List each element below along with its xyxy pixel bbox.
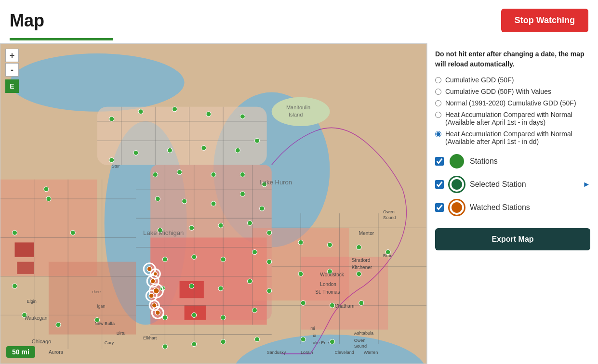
checkbox-stations[interactable] [435,157,444,166]
svg-text:Manitoulin: Manitoulin [286,104,310,110]
svg-point-76 [189,225,194,230]
svg-rect-8 [0,180,97,276]
radio-item-3[interactable]: Normal (1991-2020) Cumulative GDD (50F) [435,99,590,107]
radio-input-4[interactable] [435,112,441,118]
svg-point-100 [357,245,361,250]
svg-text:Sound: Sound [354,344,367,349]
svg-point-71 [182,199,187,204]
svg-text:Lake Michigan: Lake Michigan [143,229,184,236]
svg-point-55 [133,150,138,155]
selected-dot-icon [450,177,464,192]
svg-point-91 [192,312,197,317]
selected-arrow-icon[interactable]: ► [583,180,590,189]
radio-group: Cumulative GDD (50F) Cumulative GDD (50F… [435,76,590,145]
svg-point-123 [155,310,160,315]
watched-dot-icon [450,200,464,215]
svg-point-80 [162,257,167,262]
svg-point-93 [252,308,257,312]
svg-point-52 [235,148,240,153]
radio-item-4[interactable]: Heat Accumulation Compared with Normal (… [435,111,590,126]
export-map-button[interactable]: Export Map [435,228,590,250]
svg-point-65 [153,172,158,177]
svg-text:Kitchener: Kitchener [352,265,372,270]
svg-point-87 [218,286,223,291]
svg-point-102 [298,272,303,276]
svg-point-79 [267,230,272,235]
svg-point-68 [240,172,245,177]
svg-text:ia: ia [313,333,317,338]
svg-point-67 [211,172,216,177]
svg-point-83 [252,250,257,255]
radio-input-1[interactable] [435,77,441,83]
radio-input-2[interactable] [435,89,441,95]
svg-point-97 [255,337,260,342]
radio-label-1: Cumulative GDD (50F) [445,76,514,84]
radio-label-2: Cumulative GDD (50F) With Values [445,88,551,95]
svg-point-48 [172,107,177,112]
radio-input-3[interactable] [435,100,441,106]
svg-text:Mentor: Mentor [359,231,374,236]
svg-point-98 [298,240,303,245]
zoom-out-button[interactable]: - [5,63,19,77]
svg-text:Chicago: Chicago [32,338,52,344]
svg-point-88 [247,279,252,284]
zoom-in-button[interactable]: + [5,49,19,62]
sidebar: Do not hit enter after changing a date, … [427,43,598,364]
extent-button[interactable]: E [5,79,19,93]
svg-point-57 [44,187,49,192]
svg-point-49 [206,112,211,117]
radio-item-1[interactable]: Cumulative GDD (50F) [435,76,590,84]
svg-text:Sandusky: Sandusky [267,350,286,355]
svg-point-89 [267,288,272,293]
legend-watched: Watched Stations [435,200,590,215]
radio-item-2[interactable]: Cumulative GDD (50F) With Values [435,88,590,95]
svg-text:Lake Erie: Lake Erie [310,340,329,345]
svg-point-82 [221,257,226,262]
radio-item-5[interactable]: Heat Accumulation Compared with Normal (… [435,130,590,145]
radio-label-3: Normal (1991-2020) Cumulative GDD (50F) [445,99,576,107]
stop-watching-button[interactable]: Stop Watching [501,9,588,32]
checkbox-watched[interactable] [435,203,444,212]
svg-text:Warren: Warren [364,350,378,355]
sidebar-notice: Do not hit enter after changing a date, … [435,49,590,69]
svg-text:mi: mi [310,326,315,331]
svg-text:Lake Huron: Lake Huron [260,179,292,186]
svg-point-108 [301,337,306,342]
svg-point-109 [330,339,334,344]
stations-dot-icon [450,154,464,169]
svg-text:Chatham: Chatham [335,303,355,309]
svg-point-92 [221,315,226,320]
page-title: Map [10,11,44,31]
svg-text:Stur: Stur [112,164,120,169]
svg-rect-10 [49,262,136,335]
radio-input-5[interactable] [435,131,441,137]
radio-label-5: Heat Accumulation Compared with Normal (… [445,130,590,145]
legend-section: Stations Selected Station ► Watched Stat… [435,154,590,215]
svg-point-78 [247,221,252,225]
svg-point-77 [218,223,223,228]
svg-point-47 [138,109,143,114]
svg-text:Owen: Owen [383,209,395,214]
svg-rect-16 [185,305,206,320]
svg-point-61 [70,230,75,235]
green-accent-bar [10,38,113,40]
svg-point-66 [177,170,182,175]
svg-point-84 [267,260,272,264]
svg-text:Gary: Gary [105,340,114,345]
svg-point-60 [46,196,51,201]
svg-point-50 [240,114,245,119]
svg-point-46 [109,117,114,121]
svg-point-72 [211,201,216,206]
svg-point-117 [147,267,152,272]
svg-point-119 [153,288,159,294]
watched-label: Watched Stations [470,203,590,212]
radio-label-4: Heat Accumulation Compared with Normal (… [445,111,590,126]
svg-point-63 [56,322,61,327]
svg-text:Woodstock: Woodstock [320,272,344,277]
checkbox-selected[interactable] [435,180,444,189]
selected-label: Selected Station [470,180,575,189]
map-container[interactable]: Lake Michigan Lake Huron Manitoulin Isla… [0,43,427,364]
svg-text:St. Thomas: St. Thomas [315,289,340,295]
svg-point-56 [109,157,114,162]
svg-point-107 [359,300,364,305]
